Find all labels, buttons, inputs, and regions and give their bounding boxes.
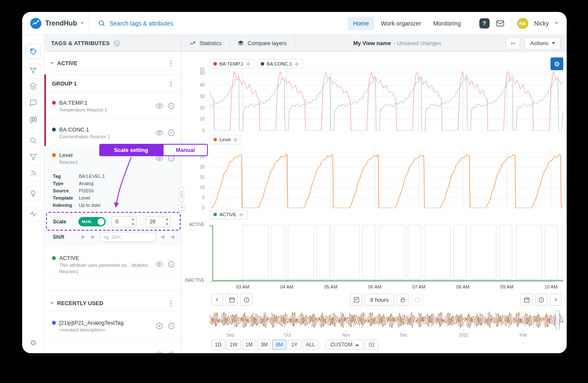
visibility-eye-icon[interactable] bbox=[156, 129, 163, 137]
legend-chip[interactable]: BA:CONC.1 bbox=[257, 59, 303, 69]
scale-max-input[interactable] bbox=[146, 219, 161, 225]
move-icon[interactable] bbox=[233, 137, 238, 142]
user-menu-chevron-down-icon[interactable] bbox=[555, 22, 558, 24]
global-search[interactable] bbox=[89, 20, 348, 27]
start-date-button[interactable] bbox=[226, 294, 238, 306]
lock-range-button[interactable] bbox=[397, 294, 409, 306]
rail-filter-button[interactable] bbox=[26, 149, 41, 165]
legend-chip[interactable]: Level bbox=[210, 135, 242, 144]
zoom-1m-button[interactable]: 1M bbox=[242, 340, 256, 350]
chart-settings-button[interactable]: ⚙ bbox=[551, 57, 563, 70]
increment-arrow-icon[interactable] bbox=[130, 217, 136, 222]
collapse-chevron-down-icon[interactable] bbox=[50, 62, 54, 64]
rail-annotations-button[interactable] bbox=[26, 95, 41, 111]
overview-context-strip[interactable] bbox=[210, 311, 563, 329]
zoom-all-button[interactable]: ALL bbox=[303, 340, 318, 350]
increment-arrow-icon[interactable] bbox=[164, 217, 170, 222]
remove-minus-icon[interactable] bbox=[167, 102, 175, 110]
add-plus-icon[interactable] bbox=[156, 322, 163, 330]
zoom-custom-button[interactable]: CUSTOM bbox=[326, 340, 363, 350]
broadcast-button[interactable] bbox=[506, 37, 520, 50]
pan-right-button[interactable] bbox=[550, 294, 562, 306]
attribute-row-active[interactable]: ACTIVE This attribute uses parameter su.… bbox=[44, 250, 181, 279]
group-row[interactable]: GROUP 1 ⋮ bbox=[44, 74, 181, 93]
visibility-eye-icon[interactable] bbox=[156, 154, 163, 162]
manual-scale-toggle[interactable]: MAN. bbox=[78, 217, 106, 226]
help-icon[interactable]: ? bbox=[479, 18, 490, 29]
recent-tag-row[interactable]: [21ip]IP21_DiscreteTestTag bbox=[44, 343, 181, 353]
visibility-eye-icon[interactable] bbox=[156, 102, 163, 110]
nav-monitoring[interactable]: Monitoring bbox=[428, 17, 466, 30]
rail-live-button[interactable] bbox=[26, 166, 41, 181]
pan-left-button[interactable] bbox=[211, 294, 223, 306]
move-icon[interactable] bbox=[239, 212, 244, 217]
kebab-menu-icon[interactable]: ⋮ bbox=[166, 300, 176, 306]
move-icon[interactable] bbox=[294, 62, 299, 66]
shift-forward-far-icon[interactable] bbox=[169, 234, 176, 240]
calendar-icon bbox=[524, 297, 530, 303]
kebab-menu-icon[interactable]: ⋮ bbox=[166, 60, 176, 66]
zoom-1w-button[interactable]: 1W bbox=[226, 340, 241, 350]
chart-temp-conc[interactable] bbox=[210, 71, 563, 131]
nav-home[interactable]: Home bbox=[348, 17, 374, 30]
shift-forward-icon[interactable] bbox=[159, 234, 166, 240]
app-logo[interactable]: TrendHub bbox=[22, 12, 89, 34]
nav-work-organizer[interactable]: Work organizer bbox=[376, 17, 427, 30]
remove-minus-icon[interactable] bbox=[167, 260, 175, 268]
user-avatar[interactable]: NA bbox=[517, 18, 528, 29]
collapse-chevron-down-icon[interactable] bbox=[50, 302, 54, 304]
start-time-button[interactable] bbox=[240, 294, 252, 306]
rail-assets-button[interactable] bbox=[26, 63, 41, 78]
rail-dashboards-button[interactable] bbox=[26, 112, 41, 128]
refresh-button[interactable] bbox=[411, 294, 423, 306]
statistics-button[interactable]: Statistics bbox=[182, 35, 229, 51]
rail-suggestions-button[interactable] bbox=[26, 186, 41, 201]
tag-row[interactable]: BA:CONC.1 Concentration Reactor 1 bbox=[44, 120, 181, 146]
scale-min-input[interactable] bbox=[112, 219, 127, 225]
legend-chip[interactable]: BA:TEMP.1 bbox=[210, 59, 254, 69]
mail-icon[interactable] bbox=[496, 19, 505, 28]
tag-row[interactable]: BA:TEMP.1 Temperature Reactor 1 bbox=[44, 93, 181, 119]
decrement-arrow-icon[interactable] bbox=[130, 222, 136, 227]
add-plus-icon[interactable] bbox=[156, 351, 163, 353]
custom-range-button[interactable] bbox=[365, 340, 378, 350]
logo-chevron-down-icon[interactable] bbox=[81, 22, 84, 24]
duration-button[interactable]: 8 hours bbox=[365, 294, 394, 306]
actions-button[interactable]: Actions bbox=[525, 37, 561, 50]
visibility-eye-icon[interactable] bbox=[156, 260, 163, 268]
rail-tags-button[interactable] bbox=[26, 44, 41, 59]
active-section-header[interactable]: ACTIVE ⋮ bbox=[44, 56, 181, 71]
move-icon[interactable] bbox=[246, 62, 251, 66]
attribute-row-level[interactable]: Level Reactor1 bbox=[44, 149, 181, 168]
scale-max-stepper[interactable] bbox=[146, 216, 170, 227]
help-icon[interactable]: ? bbox=[113, 40, 120, 47]
kebab-menu-icon[interactable]: ⋮ bbox=[166, 80, 176, 87]
search-input[interactable] bbox=[110, 20, 271, 27]
recent-tag-row[interactable]: [21ip]IP21_AnalogTestTag <mocked descrip… bbox=[44, 314, 181, 338]
decrement-arrow-icon[interactable] bbox=[164, 222, 170, 227]
chart-digital-active[interactable] bbox=[210, 223, 563, 282]
end-date-button[interactable] bbox=[521, 294, 533, 306]
rail-settings-button[interactable]: ⚙ bbox=[26, 335, 41, 351]
shift-input[interactable] bbox=[100, 232, 156, 242]
zoom-1y-button[interactable]: 1Y bbox=[288, 340, 301, 350]
rail-monitors-button[interactable] bbox=[26, 206, 41, 222]
legend-chip[interactable]: ACTIVE bbox=[210, 210, 248, 219]
trend-view-button[interactable] bbox=[350, 294, 362, 306]
zoom-3m-button[interactable]: 3M bbox=[257, 340, 271, 350]
shift-back-icon[interactable] bbox=[89, 234, 96, 240]
remove-minus-icon[interactable] bbox=[167, 351, 175, 353]
rail-layers-button[interactable] bbox=[26, 79, 41, 94]
shift-back-far-icon[interactable] bbox=[80, 234, 87, 240]
compare-layers-button[interactable]: Compare layers bbox=[230, 35, 294, 51]
end-time-button[interactable] bbox=[535, 294, 547, 306]
recently-used-section-header[interactable]: RECENTLY USED ⋮ bbox=[44, 296, 181, 311]
zoom-6m-button[interactable]: 6M bbox=[272, 340, 286, 350]
zoom-1d-button[interactable]: 1D bbox=[211, 340, 225, 350]
remove-minus-icon[interactable] bbox=[167, 322, 175, 330]
scale-min-stepper[interactable] bbox=[112, 216, 136, 227]
rail-search-button[interactable] bbox=[26, 133, 41, 148]
chart-level[interactable] bbox=[210, 149, 563, 208]
remove-minus-icon[interactable] bbox=[167, 129, 175, 137]
remove-minus-icon[interactable] bbox=[167, 154, 175, 162]
